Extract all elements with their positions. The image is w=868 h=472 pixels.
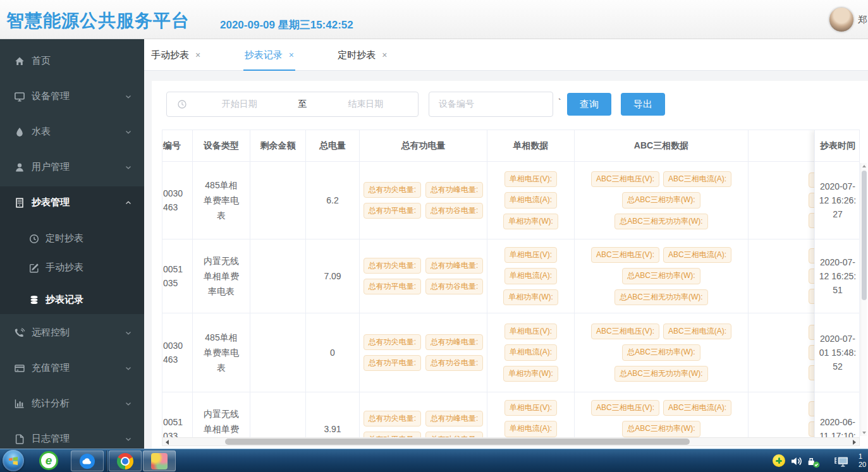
- device-number-placeholder: 设备编号: [439, 99, 474, 110]
- col-header-three-phase: ABC三相数据: [575, 130, 749, 162]
- app-title: 智慧能源公共服务平台: [6, 9, 190, 33]
- fixed-column-read-time: 抄表时间 2020-07-12 16:26:27 2020-07-12 16:2…: [814, 130, 860, 437]
- data-tag: 单相电流(A):: [504, 344, 557, 360]
- user-icon: [14, 162, 25, 173]
- username[interactable]: 郑: [858, 14, 867, 26]
- usb-device-icon[interactable]: [806, 454, 820, 468]
- table-row: 0030463 485单相单费率电表 0 总有功尖电量: 总有功峰电量: 总有功…: [162, 313, 860, 392]
- sidebar-item-reading-records[interactable]: 抄表记录: [0, 287, 144, 313]
- start-button[interactable]: [3, 450, 24, 471]
- close-icon[interactable]: ×: [195, 50, 200, 60]
- taskbar-qq-browser-button[interactable]: [71, 451, 104, 471]
- meter-building-icon: [14, 197, 25, 209]
- sidebar-item-meter-reading-mgmt[interactable]: 抄表管理: [0, 190, 144, 215]
- scroll-right-arrow[interactable]: [853, 440, 856, 445]
- cell-device-type: 内置无线单相单费率电表: [193, 239, 250, 313]
- water-drop-icon: [14, 126, 25, 138]
- data-tag: 总有功谷电量:: [425, 355, 483, 371]
- table-header-row: 设备编号 设备类型 剩余金额 总电量 总有功电量 单相数据 ABC三相数据: [162, 130, 860, 162]
- sidebar-item-device-mgmt[interactable]: 设备管理: [0, 84, 144, 109]
- sidebar-item-recharge-mgmt[interactable]: 充值管理: [0, 356, 144, 381]
- chevron-down-icon: [124, 435, 133, 444]
- chevron-down-icon: [124, 329, 133, 337]
- device-number-input[interactable]: 设备编号: [429, 92, 553, 117]
- cell-read-time: 2020-07-12 16:25:51: [815, 239, 860, 313]
- data-tag: 单相电流(A):: [504, 421, 557, 437]
- close-icon[interactable]: ×: [382, 50, 387, 60]
- sidebar-item-scheduled-reading[interactable]: 定时抄表: [0, 226, 144, 251]
- sidebar-item-water-meter[interactable]: 水表: [0, 119, 144, 145]
- tab-reading-records[interactable]: 抄表记录 ×: [243, 39, 295, 71]
- range-separator: 至: [292, 99, 314, 110]
- tab-manual-reading[interactable]: 手动抄表 ×: [150, 39, 202, 71]
- scroll-up-arrow[interactable]: [862, 165, 866, 167]
- cell-total-energy: 3.91: [306, 392, 360, 437]
- sidebar-item-user-mgmt[interactable]: 用户管理: [0, 155, 144, 180]
- sidebar-item-log-mgmt[interactable]: 日志管理: [0, 427, 144, 452]
- sidebar-item-remote-control[interactable]: 远程控制: [0, 320, 144, 346]
- start-date-placeholder: 开始日期: [187, 99, 292, 110]
- table-row: 0030463 485单相单费率电表 6.2 总有功尖电量: 总有功峰电量: 总…: [162, 162, 860, 239]
- sidebar-item-statistics[interactable]: 统计分析: [0, 391, 144, 416]
- query-button[interactable]: 查询: [567, 93, 611, 116]
- safety-360-tray-icon[interactable]: [773, 454, 785, 467]
- taskbar-photos-button[interactable]: [143, 451, 176, 471]
- data-tag: 总有功尖电量:: [364, 334, 421, 350]
- vertical-scrollbar-thumb[interactable]: [862, 171, 867, 300]
- document-icon: [14, 433, 25, 445]
- fixed-column-body: 2020-07-12 16:26:27 2020-07-12 16:25:51 …: [815, 162, 860, 437]
- scroll-down-arrow[interactable]: [862, 432, 866, 434]
- cell-read-time: 2020-06-11 17:10:: [815, 392, 860, 437]
- cell-device-type: 485单相单费率电表: [193, 313, 250, 392]
- horizontal-scrollbar: [162, 437, 860, 446]
- chrome-icon: [117, 453, 133, 469]
- data-tag: 总ABC三相功率(W):: [622, 192, 700, 208]
- export-button[interactable]: 导出: [621, 93, 665, 116]
- horizontal-scrollbar-thumb[interactable]: [225, 439, 690, 445]
- cell-device-type: 内置无线单相单费率电表: [193, 392, 250, 437]
- main-panel: 开始日期 至 结束日期 设备编号 ` 查询 导出 设备编号 设备类型 剩余金额 …: [152, 81, 868, 449]
- data-tag: ABC三相电压(V):: [591, 247, 659, 263]
- data-tag: ABC三相电流(A):: [663, 400, 731, 416]
- volume-icon[interactable]: [790, 454, 804, 468]
- user-avatar[interactable]: [829, 7, 854, 32]
- data-tag: 总有功平电量:: [364, 432, 421, 437]
- clock-time-fragment: 1: [859, 452, 868, 461]
- sidebar-item-manual-reading[interactable]: 手动抄表: [0, 255, 144, 281]
- cell-active-energy-tags: 总有功尖电量: 总有功峰电量: 总有功平电量: 总有功谷电量:: [360, 392, 487, 437]
- chevron-down-icon: [124, 399, 133, 408]
- data-tag: 总ABC三相功率(W):: [622, 421, 700, 437]
- data-table: 设备编号 设备类型 剩余金额 总电量 总有功电量 单相数据 ABC三相数据 00…: [162, 130, 860, 437]
- scroll-left-arrow[interactable]: [166, 440, 169, 445]
- data-tag: 总有功尖电量:: [364, 182, 421, 198]
- data-tag: 总ABC三相无功功率(W):: [614, 289, 707, 305]
- home-icon: [14, 56, 25, 67]
- clock-icon: [177, 99, 187, 109]
- cell-three-phase-tags: ABC三相电压(V): ABC三相电流(A): 总ABC三相功率(W): 总AB…: [575, 392, 749, 437]
- data-tag: 总有功谷电量:: [425, 203, 483, 219]
- date-range-picker[interactable]: 开始日期 至 结束日期: [166, 92, 419, 117]
- cell-balance: [250, 392, 306, 437]
- bar-chart-icon: [14, 398, 25, 409]
- data-tag: 单相电压(V):: [504, 400, 557, 416]
- taskbar-clock[interactable]: 1 20: [859, 452, 868, 470]
- sidebar-item-home[interactable]: 首页: [0, 49, 144, 74]
- data-tag: 总ABC三相无功功率(W):: [614, 214, 707, 229]
- close-icon[interactable]: ×: [289, 50, 294, 60]
- data-tag: ABC三相电压(V):: [591, 324, 659, 339]
- network-icon[interactable]: [833, 454, 850, 468]
- data-tag: 总有功平电量:: [364, 355, 421, 371]
- tab-scheduled-reading[interactable]: 定时抄表 ×: [336, 39, 388, 71]
- browser-360-button[interactable]: e: [39, 451, 58, 470]
- cell-single-phase-tags: 单相电压(V): 单相电流(A): 单相功率(W):: [487, 313, 575, 392]
- col-header-read-time: 抄表时间: [815, 130, 860, 162]
- taskbar-chrome-button[interactable]: [109, 451, 142, 471]
- cell-total-energy: 7.09: [306, 239, 360, 313]
- data-tag: 单相功率(W):: [503, 289, 558, 305]
- cell-device-type: 485单相单费率电表: [193, 162, 250, 239]
- clock-icon: [28, 233, 40, 245]
- taskbar-separator: [106, 451, 107, 471]
- cell-single-phase-tags: 单相电压(V): 单相电流(A): 单相功率(W):: [487, 392, 575, 437]
- cell-active-energy-tags: 总有功尖电量: 总有功峰电量: 总有功平电量: 总有功谷电量:: [360, 162, 487, 239]
- database-icon: [28, 294, 40, 306]
